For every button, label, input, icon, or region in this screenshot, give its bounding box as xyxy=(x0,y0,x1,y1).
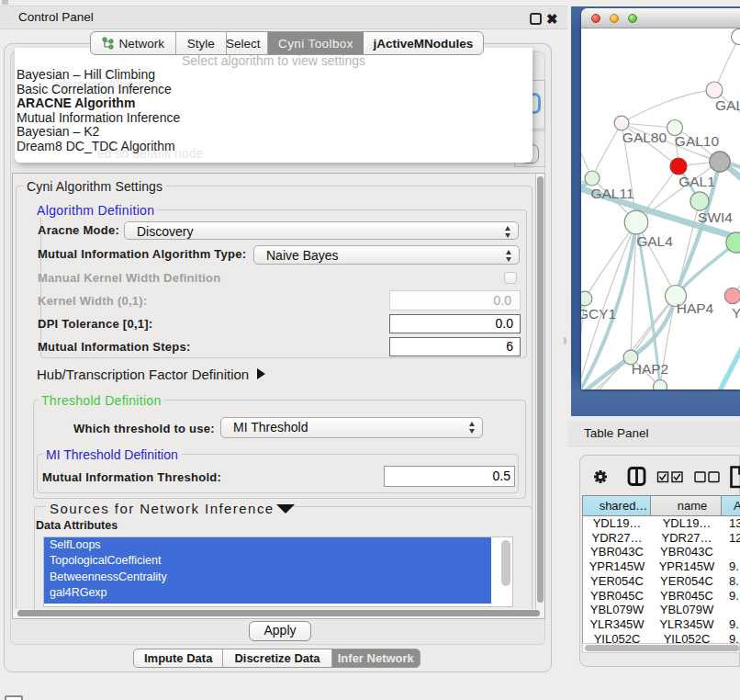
svg-text:GAL80: GAL80 xyxy=(715,97,740,113)
svg-text:GAL80: GAL80 xyxy=(622,130,667,145)
svg-text:GAL4: GAL4 xyxy=(636,233,673,249)
svg-text:GAL10: GAL10 xyxy=(675,133,720,149)
svg-text:HAP2: HAP2 xyxy=(632,361,669,377)
svg-text:GAL1: GAL1 xyxy=(678,174,715,189)
svg-text:HAP4: HAP4 xyxy=(677,300,714,316)
svg-text:GCY1: GCY1 xyxy=(581,306,616,322)
svg-text:SWI4: SWI4 xyxy=(698,209,733,225)
svg-text:YM: YM xyxy=(732,305,740,321)
svg-text:GAL11: GAL11 xyxy=(590,186,633,201)
